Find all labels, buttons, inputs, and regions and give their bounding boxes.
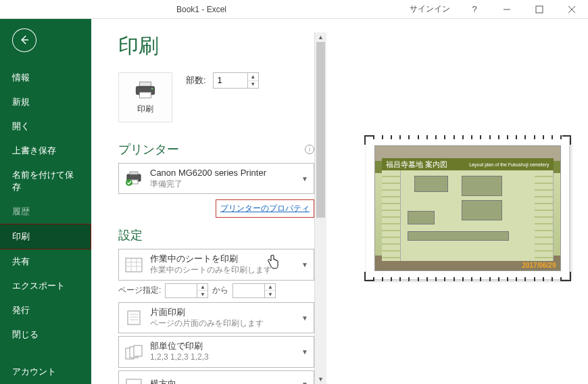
what-print-title: 作業中のシートを印刷	[150, 254, 295, 265]
crop-mark-icon	[364, 272, 374, 281]
ruler-top	[373, 135, 562, 139]
printer-status: 準備完了	[150, 179, 295, 190]
scroll-up-icon[interactable]: ▲	[315, 32, 326, 42]
photo-date-stamp: 2017/06/29	[522, 262, 556, 269]
preview-photo: 福昌寺墓地 案内図 Layout plan of the Fukushoji c…	[374, 145, 561, 271]
svg-rect-7	[140, 92, 151, 98]
settings-scrollbar[interactable]: ▲ ▼	[314, 32, 326, 384]
sidebar-item-publish[interactable]: 発行	[0, 298, 91, 322]
map-canvas	[401, 170, 535, 261]
page-single-icon	[124, 308, 143, 327]
print-preview: 福昌寺墓地 案内図 Layout plan of the Fukushoji c…	[326, 32, 581, 384]
printer-dropdown[interactable]: Canon MG6200 series Printer 準備完了 ▼	[118, 163, 314, 194]
help-icon[interactable]: ?	[460, 0, 489, 19]
print-button[interactable]: 印刷	[118, 72, 172, 122]
settings-section-title: 設定	[118, 227, 314, 243]
svg-point-12	[126, 179, 132, 186]
collate-icon	[124, 343, 143, 362]
copies-spinner[interactable]: ▲ ▼	[213, 72, 259, 89]
spinner-up-icon[interactable]: ▲	[265, 284, 275, 291]
page-title: 印刷	[118, 32, 314, 60]
svg-rect-10	[130, 172, 138, 174]
crop-mark-icon	[562, 272, 571, 281]
page-range-row: ページ指定: ▲▼ から ▲▼	[118, 283, 314, 298]
photo-banner: 福昌寺墓地 案内図 Layout plan of the Fukushoji c…	[382, 158, 554, 170]
page-range-label: ページ指定:	[118, 285, 161, 296]
banner-title-en: Layout plan of the Fukushoji cemetery	[469, 162, 549, 167]
info-icon[interactable]: i	[305, 145, 314, 154]
spinner-up-icon[interactable]: ▲	[197, 284, 207, 291]
preview-page: 福昌寺墓地 案内図 Layout plan of the Fukushoji c…	[366, 137, 569, 279]
printer-section-title: プリンター i	[118, 141, 314, 158]
spinner-down-icon[interactable]: ▼	[197, 291, 207, 297]
collate-dropdown[interactable]: 部単位で印刷 1,2,3 1,2,3 1,2,3 ▼	[118, 336, 314, 367]
close-icon[interactable]	[557, 0, 587, 19]
collate-title: 部単位で印刷	[150, 341, 295, 352]
sheet-icon	[124, 256, 143, 274]
orientation-dropdown[interactable]: 横方向 ▼	[118, 370, 314, 384]
svg-rect-24	[134, 345, 142, 356]
crop-mark-icon	[562, 135, 571, 145]
copies-label: 部数:	[186, 74, 206, 87]
maximize-icon[interactable]	[524, 0, 554, 19]
svg-rect-13	[126, 258, 142, 272]
what-to-print-dropdown[interactable]: 作業中のシートを印刷 作業中のシートのみを印刷します ▼	[118, 249, 314, 280]
map-legend-strip	[535, 170, 554, 261]
svg-rect-18	[128, 311, 140, 325]
window-title: Book1 - Excel	[0, 5, 403, 14]
svg-rect-25	[126, 379, 141, 384]
sidebar-item-save[interactable]: 上書き保存	[0, 139, 91, 163]
map-body	[382, 170, 554, 261]
chevron-down-icon: ▼	[301, 348, 308, 356]
chevron-down-icon: ▼	[301, 314, 308, 322]
scroll-thumb[interactable]	[316, 42, 325, 218]
printer-properties-highlight: プリンターのプロパティ	[216, 199, 314, 218]
signin-button[interactable]: サインイン	[403, 0, 457, 19]
sidebar-item-saveas[interactable]: 名前を付けて保存	[0, 163, 91, 199]
sidebar-item-print[interactable]: 印刷	[0, 224, 91, 249]
sidebar-item-open[interactable]: 開く	[0, 114, 91, 139]
crop-mark-icon	[364, 135, 374, 145]
page-from-input[interactable]	[166, 284, 197, 297]
sides-sub: ページの片面のみを印刷します	[150, 318, 295, 329]
spinner-down-icon[interactable]: ▼	[248, 81, 258, 89]
titlebar: Book1 - Excel サインイン ?	[0, 0, 588, 19]
collate-sub: 1,2,3 1,2,3 1,2,3	[150, 352, 295, 363]
page-to-spinner[interactable]: ▲▼	[232, 283, 276, 298]
back-button[interactable]	[12, 28, 36, 52]
printer-ready-icon	[124, 169, 143, 188]
titlebar-controls: サインイン ?	[403, 0, 588, 19]
page-from-spinner[interactable]: ▲▼	[165, 283, 208, 298]
printer-icon	[134, 80, 157, 99]
landscape-icon	[124, 375, 143, 384]
print-settings-column: 印刷 印刷 部数: ▲	[118, 32, 314, 384]
sidebar-item-export[interactable]: エクスポート	[0, 274, 91, 298]
map-legend-strip	[382, 170, 401, 261]
sides-dropdown[interactable]: 片面印刷 ページの片面のみを印刷します ▼	[118, 302, 314, 333]
printer-name: Canon MG6200 series Printer	[150, 168, 295, 179]
ruler-bottom	[373, 277, 562, 281]
printer-properties-link[interactable]: プリンターのプロパティ	[220, 203, 310, 213]
scroll-down-icon[interactable]: ▼	[315, 375, 326, 384]
svg-point-8	[151, 88, 153, 90]
banner-title-jp: 福昌寺墓地 案内図	[386, 160, 447, 170]
print-button-label: 印刷	[137, 103, 153, 115]
chevron-down-icon: ▼	[301, 381, 308, 384]
sidebar-item-info[interactable]: 情報	[0, 66, 91, 90]
minimize-icon[interactable]	[492, 0, 522, 19]
orientation-title: 横方向	[150, 379, 295, 384]
chevron-down-icon: ▼	[301, 261, 308, 268]
sidebar-item-close[interactable]: 閉じる	[0, 322, 91, 347]
svg-rect-5	[140, 82, 151, 87]
sidebar-item-new[interactable]: 新規	[0, 90, 91, 114]
chevron-down-icon: ▼	[301, 175, 308, 183]
sidebar-item-account[interactable]: アカウント	[0, 360, 91, 384]
sides-title: 片面印刷	[150, 307, 295, 318]
copies-input[interactable]	[214, 73, 247, 88]
sidebar-item-share[interactable]: 共有	[0, 249, 91, 274]
spinner-up-icon[interactable]: ▲	[248, 73, 258, 81]
what-print-sub: 作業中のシートのみを印刷します	[150, 265, 295, 276]
page-to-input[interactable]	[233, 284, 264, 297]
spinner-down-icon[interactable]: ▼	[265, 291, 275, 297]
sidebar-item-history: 履歴	[0, 199, 91, 224]
